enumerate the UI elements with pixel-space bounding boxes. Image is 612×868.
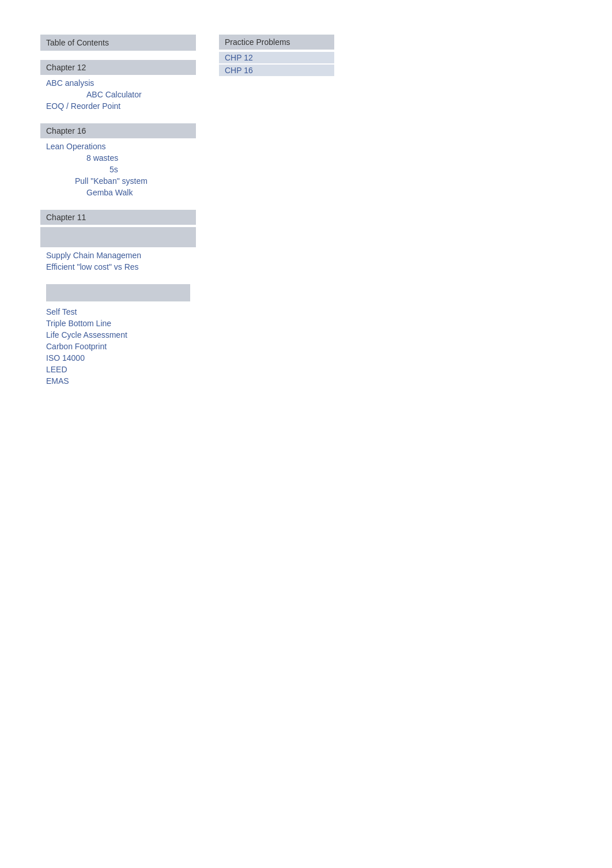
eoq-reorder-link[interactable]: EOQ / Reorder Point (40, 100, 196, 112)
self-test-link[interactable]: Self Test (40, 306, 196, 318)
practice-section: Practice Problems CHP 12 CHP 16 (219, 35, 334, 76)
leed-link[interactable]: LEED (40, 364, 196, 375)
left-panel: Table of Contents Chapter 12 ABC analysi… (40, 35, 196, 398)
chapter-11-header: Chapter 11 (40, 210, 196, 225)
practice-header: Practice Problems (219, 35, 334, 50)
5s-link[interactable]: 5s (40, 164, 196, 175)
gemba-walk-link[interactable]: Gemba Walk (40, 187, 196, 198)
chapter-12-header: Chapter 12 (40, 60, 196, 75)
chp16-link[interactable]: CHP 16 (219, 65, 334, 76)
life-cycle-assessment-link[interactable]: Life Cycle Assessment (40, 329, 196, 341)
chapter-12-section: Chapter 12 ABC analysis ABC Calculator E… (40, 60, 196, 112)
triple-bottom-line-link[interactable]: Triple Bottom Line (40, 318, 196, 329)
iso-14000-link[interactable]: ISO 14000 (40, 352, 196, 364)
abc-analysis-link[interactable]: ABC analysis (40, 77, 196, 89)
chapter-11-section: Chapter 11 Supply Chain Managemen Effici… (40, 210, 196, 273)
chapter-16-section: Chapter 16 Lean Operations 8 wastes 5s P… (40, 123, 196, 198)
efficient-vs-res-link[interactable]: Efficient "low cost" vs Res (40, 261, 196, 273)
lean-operations-link[interactable]: Lean Operations (40, 141, 196, 152)
abc-calculator-link[interactable]: ABC Calculator (40, 89, 196, 100)
sustainability-section: Self Test Triple Bottom Line Life Cycle … (40, 284, 196, 387)
8-wastes-link[interactable]: 8 wastes (40, 152, 196, 164)
chapter-16-header: Chapter 16 (40, 123, 196, 138)
right-panel: Practice Problems CHP 12 CHP 16 (219, 35, 334, 398)
emas-link[interactable]: EMAS (40, 375, 196, 387)
sustainability-blank (46, 284, 190, 301)
pull-keban-link[interactable]: Pull "Keban" system (40, 175, 196, 187)
chp12-link[interactable]: CHP 12 (219, 52, 334, 63)
toc-title: Table of Contents (40, 35, 196, 51)
chapter-11-blank (40, 227, 196, 247)
supply-chain-link[interactable]: Supply Chain Managemen (40, 250, 196, 261)
carbon-footprint-link[interactable]: Carbon Footprint (40, 341, 196, 352)
